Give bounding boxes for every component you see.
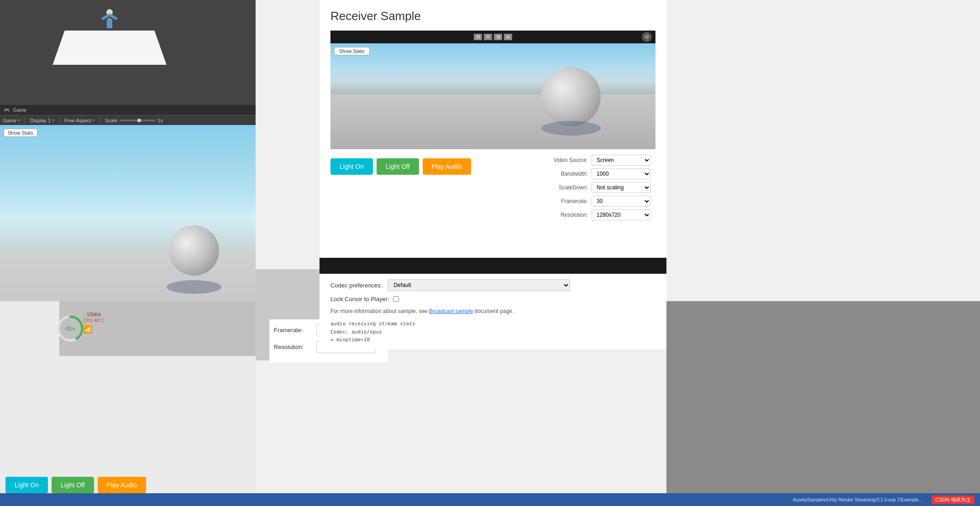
figure-body (107, 19, 112, 28)
codec-label: Codec preferences: (330, 282, 382, 289)
bandwidth-select[interactable]: 1000 (592, 168, 651, 179)
video-source-label: Video Source: (554, 157, 588, 163)
right-gray-panel (666, 301, 980, 506)
platform-shape (52, 31, 166, 65)
scale-value: 1x (157, 118, 163, 123)
status-brand: CSDN·地狱为主 (932, 496, 975, 504)
broadcast-sample-link[interactable]: Broadcast sample (429, 308, 473, 314)
codec-section: Codec preferences: Default Lock Cursor t… (320, 274, 666, 350)
game-icon: 🎮 (4, 107, 10, 113)
show-stats-button[interactable]: Show Stats (4, 129, 37, 137)
light-on-button[interactable]: Light On (5, 477, 48, 493)
rv-show-stats-button[interactable]: Show Stats (334, 47, 370, 55)
cpu-gauge: 41% (56, 314, 85, 343)
figure-arm-right (109, 13, 118, 20)
rv-sphere (541, 67, 601, 126)
cpu-temp-row: CPU 40°C (83, 318, 104, 323)
lock-cursor-row: Lock Cursor to Player: (330, 296, 655, 303)
scene-view (0, 0, 256, 105)
receiver-action-buttons: Light On Light Off Play Audio (330, 158, 471, 175)
net-stats: ↑ 131K/s CPU 40°C 📶 (83, 312, 104, 334)
editor-titlebar: 🎮 Game (0, 105, 256, 115)
toolbar-separator-2 (59, 117, 60, 124)
status-bar: Assets/Samples/Unity Render Streaming/3.… (0, 493, 980, 506)
game-dropdown[interactable]: Game (3, 118, 21, 123)
resolution-label: Resolution: (274, 344, 313, 350)
video-source-select[interactable]: Screen (592, 155, 651, 166)
codec-select[interactable]: Default (388, 279, 570, 291)
info-text: For more information about sample, see B… (330, 307, 655, 315)
receiver-viewport: 国 中 酒 ⊞ ⚙ Show Stats (330, 31, 655, 149)
game-shadow (167, 280, 221, 294)
rv-toolbar: 国 中 酒 ⊞ ⚙ (330, 31, 655, 43)
wifi-icon: 📶 (83, 325, 104, 334)
rv-icon-4: ⊞ (504, 34, 512, 40)
rv-icon-2: 中 (484, 34, 492, 40)
framerate-label: Framerate: (274, 327, 313, 334)
receiver-sample-panel: Receiver Sample 国 中 酒 ⊞ ⚙ Show Stats Li (320, 0, 666, 301)
framerate-label-rv: Framerate: (554, 198, 588, 204)
controls-area: Light On Light Off Play Audio Video Sour… (330, 155, 655, 220)
rv-play-audio-button[interactable]: Play Audio (423, 158, 471, 175)
rv-floor (330, 94, 655, 149)
aspect-dropdown[interactable]: Free Aspect (64, 118, 95, 123)
scale-down-select[interactable]: Not scaling (592, 182, 651, 193)
rv-toolbar-icons: 国 中 酒 ⊞ (474, 34, 512, 40)
rv-sky (330, 43, 655, 98)
up-arrow-icon: ↑ (83, 312, 85, 317)
codec-preferences-row: Codec preferences: Default (330, 279, 655, 291)
scale-slider[interactable] (119, 120, 156, 121)
game-toolbar: Game Display 1 Free Aspect Scale 1x (0, 115, 256, 125)
display-dropdown[interactable]: Display 1 (30, 118, 55, 123)
rv-icon-3: 酒 (494, 34, 502, 40)
bandwidth-label: Bandwidth: (554, 171, 588, 177)
resolution-select-rv[interactable]: 1280x720 (592, 209, 651, 220)
scale-down-label: ScaleDown: (554, 184, 588, 191)
status-path: Assets/Samples/Unity Render Streaming/3.… (793, 497, 922, 502)
toolbar-separator-3 (100, 117, 100, 124)
receiver-settings: Video Source: Screen Bandwidth: 1000 Sca… (554, 155, 655, 220)
black-bar (320, 258, 666, 274)
game-label: Game (13, 107, 26, 113)
light-off-button[interactable]: Light Off (52, 477, 94, 493)
framerate-select-rv[interactable]: 30 (592, 196, 651, 207)
receiver-title: Receiver Sample (330, 9, 655, 23)
lock-cursor-checkbox[interactable] (393, 296, 399, 302)
bottom-left-panel: 41% ↑ 131K/s CPU 40°C 📶 Light On Light O… (0, 301, 256, 506)
net-stat-row: ↑ 131K/s (83, 312, 104, 317)
play-audio-button[interactable]: Play Audio (98, 477, 146, 493)
rv-settings-icon[interactable]: ⚙ (642, 32, 652, 42)
rv-icon-1: 国 (474, 34, 482, 40)
game-sphere (169, 225, 219, 276)
rv-shadow (541, 121, 601, 136)
lock-cursor-label: Lock Cursor to Player: (330, 296, 389, 303)
rv-light-off-button[interactable]: Light Off (377, 158, 419, 175)
scale-thumb (137, 119, 141, 122)
scene-figure (100, 9, 119, 34)
rv-light-on-button[interactable]: Light On (330, 158, 373, 175)
toolbar-separator (25, 117, 26, 124)
stats-text-area: audio receiving stream stats Codec: audi… (330, 320, 655, 344)
scale-control[interactable]: Scale 1x (105, 118, 163, 123)
cpu-percent-text: 41% (65, 325, 75, 332)
resolution-label-rv: Resolution: (554, 212, 588, 218)
scale-label: Scale (105, 118, 118, 123)
